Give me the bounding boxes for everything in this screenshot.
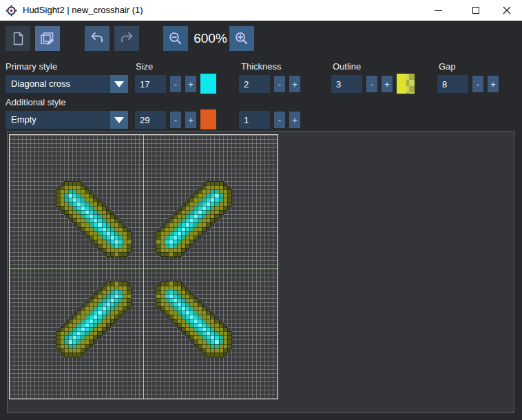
thickness-input[interactable] [239,75,270,93]
edit-crosshair-icon [39,30,56,47]
additional-thickness-input[interactable] [239,111,270,129]
size-input[interactable] [135,75,166,93]
close-icon [503,6,511,14]
zoom-in-button[interactable] [229,26,254,51]
undo-icon [89,30,105,47]
zoom-out-icon [167,30,184,47]
app-window: HudSight2 | new_crosshair (1) [0,0,522,420]
thickness-increment-button[interactable]: + [289,76,300,92]
gap-label: Gap [439,61,456,72]
thickness-decrement-button[interactable]: - [274,76,285,92]
app-logo-icon [6,5,17,17]
zoom-level-label: 600% [191,26,229,51]
maximize-icon [472,7,479,14]
additional-size-input[interactable] [135,111,166,129]
close-button[interactable] [491,0,522,21]
primary-style-dropdown[interactable]: Diagonal cross [6,75,128,93]
new-crosshair-button[interactable] [6,26,30,51]
chevron-down-icon [110,75,128,93]
minimize-icon [435,10,442,11]
gap-increment-button[interactable]: + [488,76,499,92]
zoom-out-button[interactable] [163,26,188,51]
additional-size-increment-button[interactable]: + [185,112,196,128]
primary-style-label: Primary style [6,61,57,72]
additional-color-swatch[interactable] [200,109,216,129]
size-label: Size [136,61,153,72]
primary-color-swatch[interactable] [200,74,216,94]
crosshair-preview-canvas [9,134,278,399]
chevron-down-icon [110,111,128,129]
additional-style-dropdown[interactable]: Empty [6,111,128,129]
thickness-label: Thickness [241,61,282,72]
outline-input[interactable] [331,75,362,93]
outline-label: Outline [333,61,361,72]
zoom-in-icon [233,30,250,47]
gap-decrement-button[interactable]: - [472,76,483,92]
outline-color-swatch[interactable] [397,74,415,94]
minimize-button[interactable] [423,0,454,21]
window-title: HudSight2 | new_crosshair (1) [23,0,143,21]
titlebar: HudSight2 | new_crosshair (1) [0,0,522,21]
additional-thickness-decrement-button[interactable]: - [274,112,285,128]
edit-crosshair-button[interactable] [35,26,60,51]
outline-increment-button[interactable]: + [382,76,393,92]
redo-icon [118,30,135,47]
additional-style-value: Empty [11,111,36,129]
maximize-button[interactable] [460,0,491,21]
preview-panel [7,131,514,413]
outline-decrement-button[interactable]: - [366,76,377,92]
primary-style-value: Diagonal cross [11,75,70,93]
additional-style-label: Additional style [6,97,65,108]
additional-size-decrement-button[interactable]: - [170,112,181,128]
new-file-icon [10,31,25,46]
size-increment-button[interactable]: + [185,76,196,92]
additional-thickness-increment-button[interactable]: + [289,112,300,128]
redo-button[interactable] [114,26,139,51]
size-decrement-button[interactable]: - [170,76,181,92]
undo-button[interactable] [85,26,109,51]
gap-input[interactable] [437,75,468,93]
